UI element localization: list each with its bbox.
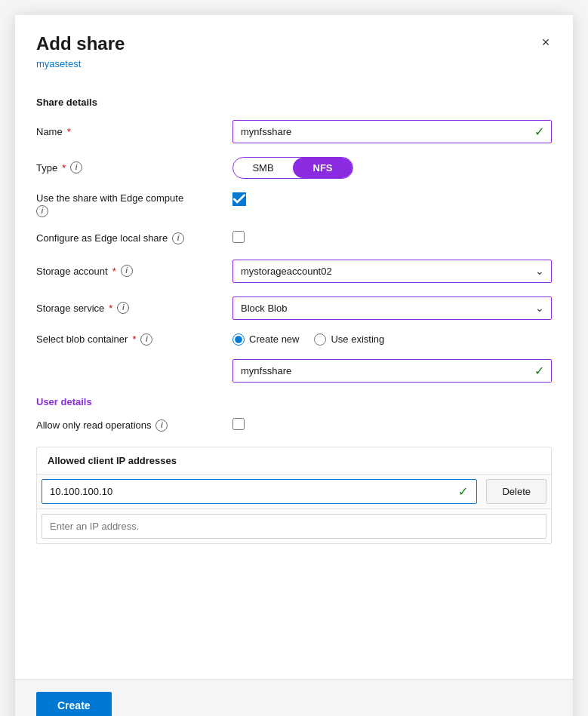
storage-service-control: Block Blob ⌄ bbox=[232, 297, 552, 320]
edge-compute-info-row: i bbox=[36, 205, 232, 217]
name-label: Name * bbox=[36, 126, 232, 137]
storage-account-select-wrapper: mystorageaccount02 ⌄ bbox=[232, 260, 552, 283]
blob-container-label: Select blob container * i bbox=[36, 333, 232, 346]
user-details-label: User details bbox=[36, 396, 552, 407]
storage-account-label: Storage account * i bbox=[36, 265, 232, 277]
dialog-header: Add share myasetest × bbox=[15, 15, 573, 78]
name-required: * bbox=[67, 126, 71, 137]
dialog-title: Add share bbox=[36, 33, 552, 55]
ip-input[interactable] bbox=[42, 479, 477, 504]
allow-read-row: Allow only read operations i bbox=[36, 418, 552, 433]
storage-service-required: * bbox=[109, 303, 112, 314]
edge-compute-checkbox[interactable] bbox=[232, 192, 246, 206]
create-new-option[interactable]: Create new bbox=[232, 333, 299, 346]
storage-account-required: * bbox=[112, 266, 116, 277]
share-details-section-label: Share details bbox=[36, 97, 552, 108]
use-existing-radio[interactable] bbox=[314, 333, 326, 346]
allow-read-label: Allow only read operations i bbox=[36, 419, 232, 432]
edge-compute-info-icon[interactable]: i bbox=[36, 205, 48, 217]
edge-local-checkbox[interactable] bbox=[232, 231, 245, 243]
storage-account-info-icon[interactable]: i bbox=[121, 265, 133, 277]
create-new-label: Create new bbox=[249, 333, 299, 345]
type-smb-option[interactable]: SMB bbox=[233, 158, 293, 178]
blob-container-name-input[interactable] bbox=[232, 359, 552, 383]
edge-compute-row: Use the share with Edge compute i bbox=[36, 192, 552, 217]
allow-read-control bbox=[232, 418, 552, 433]
name-control: ✓ bbox=[232, 120, 552, 143]
edge-local-row: Configure as Edge local share i bbox=[36, 231, 552, 246]
storage-service-select-wrapper: Block Blob ⌄ bbox=[232, 297, 552, 320]
ip-placeholder-input[interactable] bbox=[42, 514, 546, 539]
ip-row-existing: ✓ Delete bbox=[37, 474, 551, 509]
storage-account-select[interactable]: mystorageaccount02 bbox=[232, 260, 552, 283]
storage-service-row: Storage service * i Block Blob ⌄ bbox=[36, 297, 552, 320]
blob-container-control: Create new Use existing bbox=[232, 333, 552, 346]
blob-container-name-control: ✓ bbox=[232, 359, 552, 383]
dialog-body: Share details Name * ✓ Type * i bbox=[15, 78, 573, 679]
blob-container-row: Select blob container * i Create new Use… bbox=[36, 333, 552, 346]
edge-local-control bbox=[232, 231, 552, 246]
blob-container-name-input-wrapper: ✓ bbox=[232, 359, 552, 383]
dialog-footer: Create bbox=[15, 679, 573, 716]
use-existing-option[interactable]: Use existing bbox=[314, 333, 384, 346]
name-row: Name * ✓ bbox=[36, 120, 552, 143]
type-control: SMB NFS bbox=[232, 157, 552, 179]
type-label: Type * i bbox=[36, 161, 232, 174]
type-required: * bbox=[62, 162, 66, 174]
blob-container-info-icon[interactable]: i bbox=[140, 333, 152, 346]
storage-service-select[interactable]: Block Blob bbox=[232, 297, 552, 320]
ip-input-wrapper: ✓ bbox=[37, 475, 482, 509]
create-button[interactable]: Create bbox=[36, 692, 112, 716]
blob-container-radio-group: Create new Use existing bbox=[232, 333, 552, 346]
edge-local-info-icon[interactable]: i bbox=[172, 232, 184, 244]
name-input-wrapper: ✓ bbox=[232, 120, 552, 143]
edge-local-label: Configure as Edge local share i bbox=[36, 232, 232, 244]
edge-compute-checkbox-wrapper bbox=[232, 192, 246, 206]
use-existing-label: Use existing bbox=[331, 333, 384, 345]
ip-check-icon: ✓ bbox=[458, 484, 468, 499]
user-details-section: User details Allow only read operations … bbox=[36, 396, 552, 544]
storage-account-control: mystorageaccount02 ⌄ bbox=[232, 260, 552, 283]
name-check-icon: ✓ bbox=[534, 124, 544, 139]
dialog-subtitle: myasetest bbox=[36, 58, 552, 69]
type-nfs-option[interactable]: NFS bbox=[293, 158, 352, 178]
blob-container-required: * bbox=[132, 333, 136, 345]
add-share-dialog: Add share myasetest × Share details Name… bbox=[15, 15, 573, 716]
blob-container-name-row: ✓ bbox=[36, 359, 552, 383]
name-input[interactable] bbox=[232, 120, 552, 143]
type-toggle-group: SMB NFS bbox=[232, 157, 353, 179]
ip-table-header: Allowed client IP addresses bbox=[37, 447, 551, 474]
allow-read-checkbox[interactable] bbox=[232, 418, 245, 430]
type-info-icon[interactable]: i bbox=[70, 161, 82, 174]
close-button[interactable]: × bbox=[534, 30, 558, 54]
ip-table: Allowed client IP addresses ✓ Delete bbox=[36, 447, 552, 544]
edge-compute-label: Use the share with Edge compute bbox=[36, 192, 232, 204]
storage-service-label: Storage service * i bbox=[36, 302, 232, 314]
ip-new-row bbox=[37, 509, 551, 543]
type-row: Type * i SMB NFS bbox=[36, 157, 552, 179]
edge-compute-label-block: Use the share with Edge compute i bbox=[36, 192, 232, 217]
delete-ip-button[interactable]: Delete bbox=[486, 479, 546, 504]
storage-service-info-icon[interactable]: i bbox=[117, 302, 129, 314]
allow-read-info-icon[interactable]: i bbox=[155, 419, 168, 432]
blob-container-check-icon: ✓ bbox=[534, 364, 544, 378]
storage-account-row: Storage account * i mystorageaccount02 ⌄ bbox=[36, 260, 552, 283]
create-new-radio[interactable] bbox=[232, 333, 245, 346]
